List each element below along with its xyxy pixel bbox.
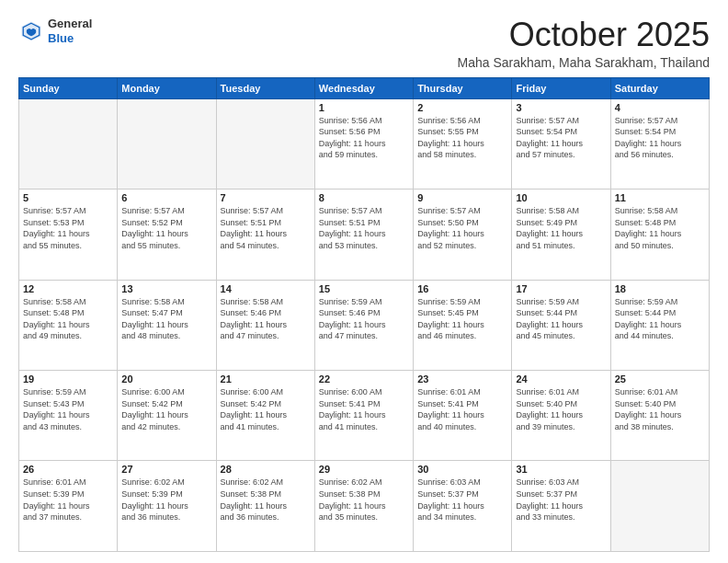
day-info: Sunrise: 6:01 AM Sunset: 5:40 PM Dayligh…: [615, 386, 705, 432]
calendar-page: General Blue October 2025 Maha Sarakham,…: [0, 0, 728, 563]
day-number: 28: [221, 464, 311, 475]
day-number: 12: [23, 283, 113, 294]
day-number: 25: [615, 373, 705, 385]
day-number: 9: [417, 192, 507, 203]
day-number: 7: [221, 192, 311, 203]
day-info: Sunrise: 5:56 AM Sunset: 5:56 PM Dayligh…: [319, 115, 409, 161]
day-info: Sunrise: 6:00 AM Sunset: 5:42 PM Dayligh…: [121, 386, 211, 432]
calendar-cell: 11Sunrise: 5:58 AM Sunset: 5:48 PM Dayli…: [610, 190, 709, 280]
calendar-cell: 3Sunrise: 5:57 AM Sunset: 5:54 PM Daylig…: [512, 98, 610, 189]
day-info: Sunrise: 6:00 AM Sunset: 5:41 PM Dayligh…: [319, 386, 409, 432]
calendar-cell: 7Sunrise: 5:57 AM Sunset: 5:51 PM Daylig…: [216, 190, 314, 280]
day-info: Sunrise: 5:57 AM Sunset: 5:54 PM Dayligh…: [615, 115, 705, 161]
day-info: Sunrise: 5:58 AM Sunset: 5:47 PM Dayligh…: [121, 296, 211, 342]
day-number: 24: [516, 373, 606, 385]
day-info: Sunrise: 6:02 AM Sunset: 5:39 PM Dayligh…: [121, 477, 211, 523]
calendar-cell: 28Sunrise: 6:02 AM Sunset: 5:38 PM Dayli…: [216, 461, 314, 552]
calendar-table: SundayMondayTuesdayWednesdayThursdayFrid…: [18, 77, 710, 552]
weekday-header-wednesday: Wednesday: [314, 77, 413, 98]
day-info: Sunrise: 6:01 AM Sunset: 5:39 PM Dayligh…: [23, 477, 113, 523]
day-number: 16: [417, 283, 507, 294]
calendar-cell: 15Sunrise: 5:59 AM Sunset: 5:46 PM Dayli…: [314, 280, 413, 370]
day-info: Sunrise: 6:01 AM Sunset: 5:40 PM Dayligh…: [516, 386, 606, 432]
calendar-cell: 22Sunrise: 6:00 AM Sunset: 5:41 PM Dayli…: [314, 371, 413, 461]
day-number: 13: [121, 283, 211, 294]
day-number: 17: [516, 283, 606, 294]
day-number: 4: [615, 102, 705, 113]
calendar-cell: 10Sunrise: 5:58 AM Sunset: 5:49 PM Dayli…: [512, 190, 610, 280]
calendar-cell: 5Sunrise: 5:57 AM Sunset: 5:53 PM Daylig…: [19, 190, 118, 280]
day-number: 21: [221, 373, 311, 385]
week-row-3: 12Sunrise: 5:58 AM Sunset: 5:48 PM Dayli…: [19, 280, 710, 370]
day-info: Sunrise: 6:03 AM Sunset: 5:37 PM Dayligh…: [516, 477, 606, 523]
month-title: October 2025: [458, 17, 710, 53]
day-number: 3: [516, 102, 606, 113]
day-info: Sunrise: 5:59 AM Sunset: 5:44 PM Dayligh…: [516, 296, 606, 342]
day-number: 8: [319, 192, 409, 203]
day-info: Sunrise: 6:02 AM Sunset: 5:38 PM Dayligh…: [221, 477, 311, 523]
calendar-cell: 8Sunrise: 5:57 AM Sunset: 5:51 PM Daylig…: [314, 190, 413, 280]
location-title: Maha Sarakham, Maha Sarakham, Thailand: [458, 55, 710, 70]
day-info: Sunrise: 5:57 AM Sunset: 5:52 PM Dayligh…: [121, 205, 211, 251]
day-number: 22: [319, 373, 409, 385]
day-info: Sunrise: 5:57 AM Sunset: 5:54 PM Dayligh…: [516, 115, 606, 161]
day-info: Sunrise: 5:59 AM Sunset: 5:44 PM Dayligh…: [615, 296, 705, 342]
calendar-cell: [216, 98, 314, 189]
week-row-2: 5Sunrise: 5:57 AM Sunset: 5:53 PM Daylig…: [19, 190, 710, 280]
day-number: 6: [121, 192, 211, 203]
calendar-cell: 20Sunrise: 6:00 AM Sunset: 5:42 PM Dayli…: [118, 371, 216, 461]
day-info: Sunrise: 5:57 AM Sunset: 5:50 PM Dayligh…: [417, 205, 507, 251]
calendar-cell: 9Sunrise: 5:57 AM Sunset: 5:50 PM Daylig…: [414, 190, 512, 280]
day-info: Sunrise: 5:57 AM Sunset: 5:51 PM Dayligh…: [221, 205, 311, 251]
week-row-4: 19Sunrise: 5:59 AM Sunset: 5:43 PM Dayli…: [19, 371, 710, 461]
day-number: 14: [221, 283, 311, 294]
header: General Blue October 2025 Maha Sarakham,…: [18, 17, 710, 70]
calendar-cell: 30Sunrise: 6:03 AM Sunset: 5:37 PM Dayli…: [414, 461, 512, 552]
day-number: 30: [417, 464, 507, 475]
day-number: 2: [417, 102, 507, 113]
day-info: Sunrise: 5:59 AM Sunset: 5:46 PM Dayligh…: [319, 296, 409, 342]
logo-icon: [18, 18, 44, 44]
calendar-cell: 25Sunrise: 6:01 AM Sunset: 5:40 PM Dayli…: [610, 371, 709, 461]
day-info: Sunrise: 6:03 AM Sunset: 5:37 PM Dayligh…: [417, 477, 507, 523]
day-info: Sunrise: 6:01 AM Sunset: 5:41 PM Dayligh…: [417, 386, 507, 432]
calendar-cell: 13Sunrise: 5:58 AM Sunset: 5:47 PM Dayli…: [118, 280, 216, 370]
weekday-header-sunday: Sunday: [19, 77, 118, 98]
calendar-cell: 31Sunrise: 6:03 AM Sunset: 5:37 PM Dayli…: [512, 461, 610, 552]
weekday-header-row: SundayMondayTuesdayWednesdayThursdayFrid…: [19, 77, 710, 98]
day-number: 18: [615, 283, 705, 294]
weekday-header-friday: Friday: [512, 77, 610, 98]
logo-general: General: [48, 17, 92, 31]
day-info: Sunrise: 5:58 AM Sunset: 5:48 PM Dayligh…: [23, 296, 113, 342]
calendar-cell: 1Sunrise: 5:56 AM Sunset: 5:56 PM Daylig…: [314, 98, 413, 189]
calendar-cell: 16Sunrise: 5:59 AM Sunset: 5:45 PM Dayli…: [414, 280, 512, 370]
day-info: Sunrise: 6:00 AM Sunset: 5:42 PM Dayligh…: [221, 386, 311, 432]
day-number: 26: [23, 464, 113, 475]
title-block: October 2025 Maha Sarakham, Maha Sarakha…: [458, 17, 710, 70]
calendar-cell: 19Sunrise: 5:59 AM Sunset: 5:43 PM Dayli…: [19, 371, 118, 461]
week-row-1: 1Sunrise: 5:56 AM Sunset: 5:56 PM Daylig…: [19, 98, 710, 189]
day-number: 29: [319, 464, 409, 475]
calendar-cell: 14Sunrise: 5:58 AM Sunset: 5:46 PM Dayli…: [216, 280, 314, 370]
week-row-5: 26Sunrise: 6:01 AM Sunset: 5:39 PM Dayli…: [19, 461, 710, 552]
calendar-cell: [610, 461, 709, 552]
weekday-header-saturday: Saturday: [610, 77, 709, 98]
calendar-cell: 29Sunrise: 6:02 AM Sunset: 5:38 PM Dayli…: [314, 461, 413, 552]
logo-blue: Blue: [48, 31, 92, 46]
calendar-cell: 17Sunrise: 5:59 AM Sunset: 5:44 PM Dayli…: [512, 280, 610, 370]
day-number: 31: [516, 464, 606, 475]
weekday-header-thursday: Thursday: [414, 77, 512, 98]
calendar-cell: 26Sunrise: 6:01 AM Sunset: 5:39 PM Dayli…: [19, 461, 118, 552]
day-info: Sunrise: 5:56 AM Sunset: 5:55 PM Dayligh…: [417, 115, 507, 161]
calendar-cell: 21Sunrise: 6:00 AM Sunset: 5:42 PM Dayli…: [216, 371, 314, 461]
calendar-cell: 23Sunrise: 6:01 AM Sunset: 5:41 PM Dayli…: [414, 371, 512, 461]
day-number: 11: [615, 192, 705, 203]
day-number: 15: [319, 283, 409, 294]
day-number: 10: [516, 192, 606, 203]
day-info: Sunrise: 5:57 AM Sunset: 5:53 PM Dayligh…: [23, 205, 113, 251]
day-info: Sunrise: 5:58 AM Sunset: 5:49 PM Dayligh…: [516, 205, 606, 251]
logo: General Blue: [18, 17, 92, 45]
calendar-cell: [118, 98, 216, 189]
day-number: 1: [319, 102, 409, 113]
calendar-cell: [19, 98, 118, 189]
